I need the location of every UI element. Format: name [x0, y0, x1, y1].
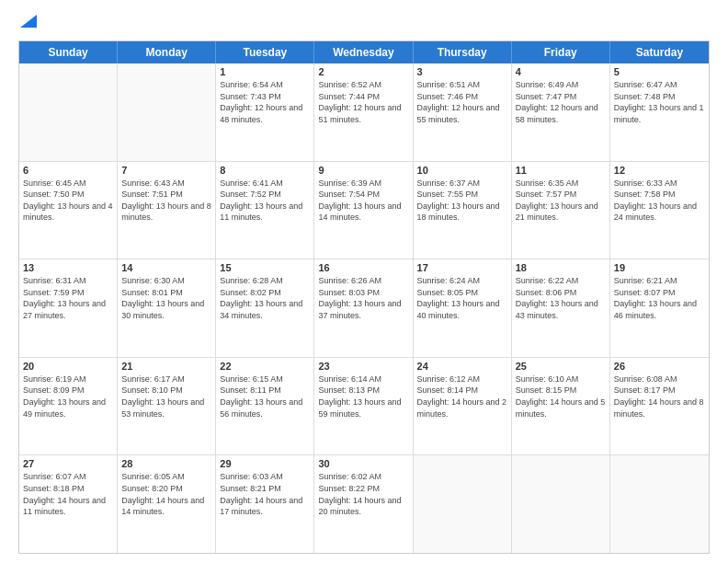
- day-number: 15: [220, 262, 310, 273]
- day-info: Sunrise: 6:19 AM Sunset: 8:09 PM Dayligh…: [23, 373, 113, 419]
- calendar-row-1: 6Sunrise: 6:45 AM Sunset: 7:50 PM Daylig…: [19, 161, 709, 259]
- calendar-cell-1-6: 12Sunrise: 6:33 AM Sunset: 7:58 PM Dayli…: [610, 162, 709, 259]
- calendar-cell-2-4: 17Sunrise: 6:24 AM Sunset: 8:05 PM Dayli…: [414, 259, 512, 357]
- day-number: 10: [417, 165, 507, 176]
- day-info: Sunrise: 6:22 AM Sunset: 8:06 PM Dayligh…: [516, 275, 606, 321]
- day-number: 11: [516, 165, 606, 176]
- day-info: Sunrise: 6:37 AM Sunset: 7:55 PM Dayligh…: [417, 178, 507, 224]
- day-info: Sunrise: 6:26 AM Sunset: 8:03 PM Dayligh…: [318, 275, 408, 321]
- calendar-cell-4-5: [512, 455, 610, 553]
- day-number: 25: [516, 361, 606, 372]
- day-number: 6: [23, 165, 113, 176]
- calendar-row-3: 20Sunrise: 6:19 AM Sunset: 8:09 PM Dayli…: [19, 357, 709, 455]
- day-info: Sunrise: 6:17 AM Sunset: 8:10 PM Dayligh…: [121, 373, 211, 419]
- calendar: SundayMondayTuesdayWednesdayThursdayFrid…: [18, 40, 710, 554]
- logo-triangle-icon: [20, 15, 37, 28]
- day-number: 23: [318, 361, 408, 372]
- day-number: 8: [220, 165, 310, 176]
- day-number: 21: [121, 361, 211, 372]
- calendar-cell-2-0: 13Sunrise: 6:31 AM Sunset: 7:59 PM Dayli…: [19, 259, 118, 357]
- logo: [18, 15, 37, 31]
- calendar-cell-0-6: 5Sunrise: 6:47 AM Sunset: 7:48 PM Daylig…: [610, 63, 709, 161]
- day-info: Sunrise: 6:28 AM Sunset: 8:02 PM Dayligh…: [220, 275, 310, 321]
- day-number: 30: [318, 458, 408, 469]
- calendar-row-4: 27Sunrise: 6:07 AM Sunset: 8:18 PM Dayli…: [19, 454, 709, 553]
- day-info: Sunrise: 6:30 AM Sunset: 8:01 PM Dayligh…: [121, 275, 211, 321]
- calendar-cell-2-6: 19Sunrise: 6:21 AM Sunset: 8:07 PM Dayli…: [610, 259, 709, 357]
- calendar-cell-1-5: 11Sunrise: 6:35 AM Sunset: 7:57 PM Dayli…: [512, 162, 610, 259]
- day-info: Sunrise: 6:24 AM Sunset: 8:05 PM Dayligh…: [417, 275, 507, 321]
- calendar-cell-4-3: 30Sunrise: 6:02 AM Sunset: 8:22 PM Dayli…: [314, 455, 413, 553]
- day-number: 9: [318, 165, 408, 176]
- calendar-cell-3-0: 20Sunrise: 6:19 AM Sunset: 8:09 PM Dayli…: [19, 358, 118, 455]
- header: [18, 15, 710, 31]
- day-number: 17: [417, 262, 507, 273]
- calendar-cell-4-0: 27Sunrise: 6:07 AM Sunset: 8:18 PM Dayli…: [19, 455, 118, 553]
- calendar-cell-2-2: 15Sunrise: 6:28 AM Sunset: 8:02 PM Dayli…: [216, 259, 314, 357]
- day-number: 27: [23, 458, 113, 469]
- day-number: 28: [121, 458, 211, 469]
- day-info: Sunrise: 6:49 AM Sunset: 7:47 PM Dayligh…: [516, 79, 606, 125]
- calendar-cell-0-2: 1Sunrise: 6:54 AM Sunset: 7:43 PM Daylig…: [216, 63, 314, 161]
- page: SundayMondayTuesdayWednesdayThursdayFrid…: [0, 0, 728, 563]
- day-info: Sunrise: 6:31 AM Sunset: 7:59 PM Dayligh…: [23, 275, 113, 321]
- calendar-cell-3-1: 21Sunrise: 6:17 AM Sunset: 8:10 PM Dayli…: [118, 358, 216, 455]
- day-number: 13: [23, 262, 113, 273]
- day-info: Sunrise: 6:10 AM Sunset: 8:15 PM Dayligh…: [516, 373, 606, 419]
- svg-marker-0: [20, 15, 37, 28]
- calendar-cell-3-3: 23Sunrise: 6:14 AM Sunset: 8:13 PM Dayli…: [314, 358, 413, 455]
- day-info: Sunrise: 6:52 AM Sunset: 7:44 PM Dayligh…: [318, 79, 408, 125]
- calendar-cell-0-5: 4Sunrise: 6:49 AM Sunset: 7:47 PM Daylig…: [512, 63, 610, 161]
- calendar-cell-4-1: 28Sunrise: 6:05 AM Sunset: 8:20 PM Dayli…: [118, 455, 216, 553]
- day-info: Sunrise: 6:51 AM Sunset: 7:46 PM Dayligh…: [417, 79, 507, 125]
- day-number: 14: [121, 262, 211, 273]
- calendar-cell-3-4: 24Sunrise: 6:12 AM Sunset: 8:14 PM Dayli…: [414, 358, 512, 455]
- day-info: Sunrise: 6:02 AM Sunset: 8:22 PM Dayligh…: [318, 471, 408, 517]
- day-number: 3: [417, 66, 507, 77]
- calendar-cell-1-0: 6Sunrise: 6:45 AM Sunset: 7:50 PM Daylig…: [19, 162, 118, 259]
- header-day-monday: Monday: [118, 41, 216, 63]
- calendar-cell-3-2: 22Sunrise: 6:15 AM Sunset: 8:11 PM Dayli…: [216, 358, 314, 455]
- header-day-thursday: Thursday: [414, 41, 512, 63]
- day-info: Sunrise: 6:41 AM Sunset: 7:52 PM Dayligh…: [220, 178, 310, 224]
- calendar-cell-1-1: 7Sunrise: 6:43 AM Sunset: 7:51 PM Daylig…: [118, 162, 216, 259]
- day-number: 7: [121, 165, 211, 176]
- calendar-cell-2-5: 18Sunrise: 6:22 AM Sunset: 8:06 PM Dayli…: [512, 259, 610, 357]
- calendar-cell-3-6: 26Sunrise: 6:08 AM Sunset: 8:17 PM Dayli…: [610, 358, 709, 455]
- day-number: 22: [220, 361, 310, 372]
- day-info: Sunrise: 6:33 AM Sunset: 7:58 PM Dayligh…: [614, 178, 705, 224]
- calendar-row-0: 1Sunrise: 6:54 AM Sunset: 7:43 PM Daylig…: [19, 63, 709, 161]
- calendar-cell-2-3: 16Sunrise: 6:26 AM Sunset: 8:03 PM Dayli…: [314, 259, 413, 357]
- day-number: 18: [516, 262, 606, 273]
- calendar-cell-0-1: [118, 63, 216, 161]
- day-number: 19: [614, 262, 705, 273]
- calendar-cell-4-2: 29Sunrise: 6:03 AM Sunset: 8:21 PM Dayli…: [216, 455, 314, 553]
- day-info: Sunrise: 6:05 AM Sunset: 8:20 PM Dayligh…: [121, 471, 211, 517]
- day-number: 5: [614, 66, 705, 77]
- day-info: Sunrise: 6:47 AM Sunset: 7:48 PM Dayligh…: [614, 79, 705, 125]
- calendar-cell-4-4: [414, 455, 512, 553]
- day-info: Sunrise: 6:43 AM Sunset: 7:51 PM Dayligh…: [121, 178, 211, 224]
- day-info: Sunrise: 6:35 AM Sunset: 7:57 PM Dayligh…: [516, 178, 606, 224]
- calendar-header: SundayMondayTuesdayWednesdayThursdayFrid…: [19, 41, 709, 63]
- calendar-cell-3-5: 25Sunrise: 6:10 AM Sunset: 8:15 PM Dayli…: [512, 358, 610, 455]
- day-info: Sunrise: 6:12 AM Sunset: 8:14 PM Dayligh…: [417, 373, 507, 419]
- day-info: Sunrise: 6:08 AM Sunset: 8:17 PM Dayligh…: [614, 373, 705, 419]
- header-day-wednesday: Wednesday: [314, 41, 413, 63]
- calendar-cell-2-1: 14Sunrise: 6:30 AM Sunset: 8:01 PM Dayli…: [118, 259, 216, 357]
- day-info: Sunrise: 6:07 AM Sunset: 8:18 PM Dayligh…: [23, 471, 113, 517]
- day-info: Sunrise: 6:21 AM Sunset: 8:07 PM Dayligh…: [614, 275, 705, 321]
- calendar-cell-0-3: 2Sunrise: 6:52 AM Sunset: 7:44 PM Daylig…: [314, 63, 413, 161]
- day-number: 16: [318, 262, 408, 273]
- day-info: Sunrise: 6:03 AM Sunset: 8:21 PM Dayligh…: [220, 471, 310, 517]
- day-info: Sunrise: 6:39 AM Sunset: 7:54 PM Dayligh…: [318, 178, 408, 224]
- day-info: Sunrise: 6:45 AM Sunset: 7:50 PM Dayligh…: [23, 178, 113, 224]
- header-day-tuesday: Tuesday: [216, 41, 314, 63]
- calendar-cell-0-4: 3Sunrise: 6:51 AM Sunset: 7:46 PM Daylig…: [414, 63, 512, 161]
- calendar-cell-1-4: 10Sunrise: 6:37 AM Sunset: 7:55 PM Dayli…: [414, 162, 512, 259]
- day-number: 24: [417, 361, 507, 372]
- day-number: 12: [614, 165, 705, 176]
- day-number: 2: [318, 66, 408, 77]
- calendar-cell-1-2: 8Sunrise: 6:41 AM Sunset: 7:52 PM Daylig…: [216, 162, 314, 259]
- day-info: Sunrise: 6:14 AM Sunset: 8:13 PM Dayligh…: [318, 373, 408, 419]
